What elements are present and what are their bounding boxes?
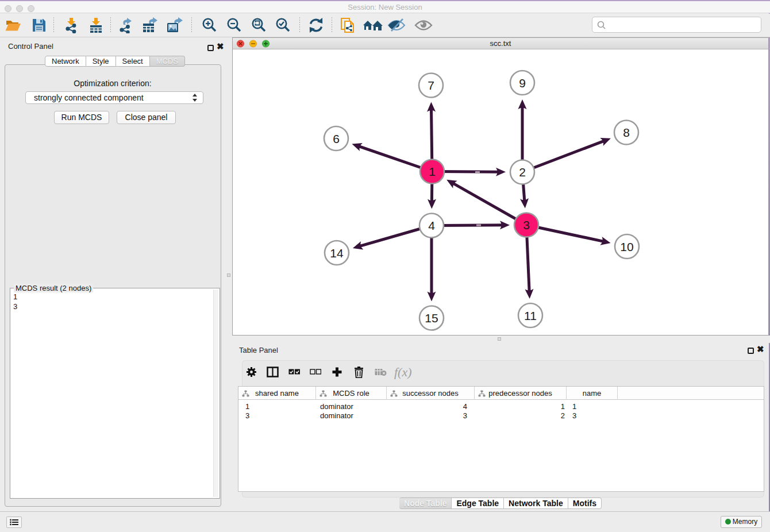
svg-text:8: 8 [623, 126, 630, 139]
svg-text:4: 4 [428, 219, 435, 232]
svg-text:9: 9 [519, 76, 526, 90]
svg-text:7: 7 [428, 79, 434, 92]
svg-text:15: 15 [425, 311, 438, 325]
svg-text:2: 2 [519, 165, 526, 179]
svg-text:3: 3 [523, 218, 530, 232]
svg-text:14: 14 [330, 246, 344, 260]
svg-text:6: 6 [333, 132, 340, 145]
svg-text:1: 1 [429, 165, 436, 178]
svg-text:11: 11 [524, 309, 537, 322]
svg-text:10: 10 [620, 240, 633, 253]
